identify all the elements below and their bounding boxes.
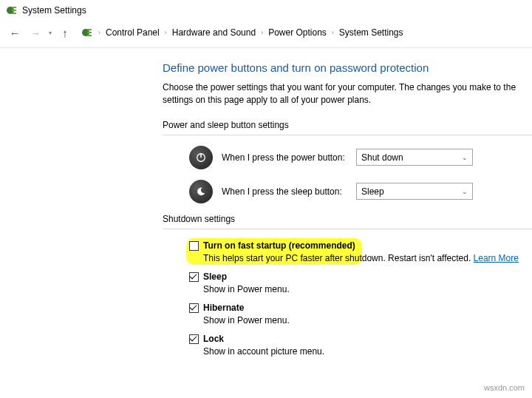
chevron-right-icon: › <box>261 29 263 36</box>
svg-rect-1 <box>12 7 16 8</box>
up-button[interactable]: ↑ <box>56 24 74 41</box>
chevron-right-icon: › <box>165 29 167 36</box>
option-sleep: Sleep Show in Power menu. <box>189 271 532 296</box>
power-options-icon <box>6 4 18 16</box>
page-description: Choose the power settings that you want … <box>163 81 532 107</box>
breadcrumb-item[interactable]: Control Panel <box>104 27 161 38</box>
breadcrumb-item[interactable]: System Settings <box>338 27 405 38</box>
select-value: Shut down <box>361 152 403 163</box>
arrow-left-icon: ← <box>10 27 21 39</box>
divider <box>163 135 532 135</box>
chevron-down-icon: ⌄ <box>462 154 468 161</box>
back-button[interactable]: ← <box>6 24 24 41</box>
power-button-label: When I press the power button: <box>222 152 347 163</box>
window-titlebar: System Settings <box>0 0 532 21</box>
power-icon <box>189 146 213 169</box>
power-button-row: When I press the power button: Shut down… <box>163 146 532 169</box>
option-title: Hibernate <box>203 303 244 313</box>
svg-rect-6 <box>87 32 92 33</box>
chevron-right-icon: › <box>98 29 100 36</box>
option-description: This helps start your PC faster after sh… <box>203 252 532 265</box>
breadcrumb: › Control Panel › Hardware and Sound › P… <box>81 27 405 38</box>
section-power-sleep-label: Power and sleep button settings <box>163 120 532 130</box>
forward-button[interactable]: → <box>27 24 44 41</box>
desc-text: This helps start your PC faster after sh… <box>203 253 474 263</box>
svg-rect-3 <box>12 13 16 14</box>
main-content: Define power buttons and turn on passwor… <box>0 48 532 358</box>
select-value: Sleep <box>361 186 384 197</box>
svg-rect-2 <box>12 10 16 11</box>
option-hibernate: Hibernate Show in Power menu. <box>189 302 532 327</box>
breadcrumb-item[interactable]: Power Options <box>267 27 328 38</box>
option-lock: Lock Show in account picture menu. <box>189 333 532 358</box>
sleep-button-select[interactable]: Sleep ⌄ <box>356 183 473 200</box>
window-title: System Settings <box>22 5 86 16</box>
svg-rect-5 <box>87 29 92 30</box>
sleep-button-row: When I press the sleep button: Sleep ⌄ <box>163 180 532 203</box>
chevron-right-icon: › <box>332 29 334 36</box>
option-fast-startup: Turn on fast startup (recommended) This … <box>189 240 532 265</box>
shutdown-settings-section: Shutdown settings Turn on fast startup (… <box>163 214 532 358</box>
option-description: Show in Power menu. <box>203 314 532 327</box>
checkbox-lock[interactable] <box>189 334 199 344</box>
checkbox-fast-startup[interactable] <box>189 241 199 251</box>
sleep-button-label: When I press the sleep button: <box>222 186 347 197</box>
sleep-icon <box>189 180 213 203</box>
arrow-right-icon: → <box>30 27 41 39</box>
page-title: Define power buttons and turn on passwor… <box>163 61 532 74</box>
chevron-down-icon: ⌄ <box>462 188 468 195</box>
learn-more-link[interactable]: Learn More <box>474 253 519 263</box>
checkbox-hibernate[interactable] <box>189 303 199 313</box>
option-description: Show in account picture menu. <box>203 345 532 358</box>
option-title: Turn on fast startup (recommended) <box>203 240 355 251</box>
svg-rect-7 <box>87 35 92 36</box>
arrow-up-icon: ↑ <box>62 27 68 39</box>
breadcrumb-item[interactable]: Hardware and Sound <box>171 27 257 38</box>
navigation-bar: ← → ▾ ↑ › Control Panel › Hardware and S… <box>0 21 532 48</box>
section-shutdown-label: Shutdown settings <box>163 214 532 224</box>
option-title: Lock <box>203 334 224 344</box>
control-panel-icon <box>81 27 93 38</box>
watermark: wsxdn.com <box>484 383 525 392</box>
option-title: Sleep <box>203 271 227 282</box>
divider <box>163 229 532 229</box>
option-description: Show in Power menu. <box>203 283 532 296</box>
history-dropdown[interactable]: ▾ <box>49 30 52 36</box>
power-button-select[interactable]: Shut down ⌄ <box>356 149 473 166</box>
checkbox-sleep[interactable] <box>189 272 199 282</box>
